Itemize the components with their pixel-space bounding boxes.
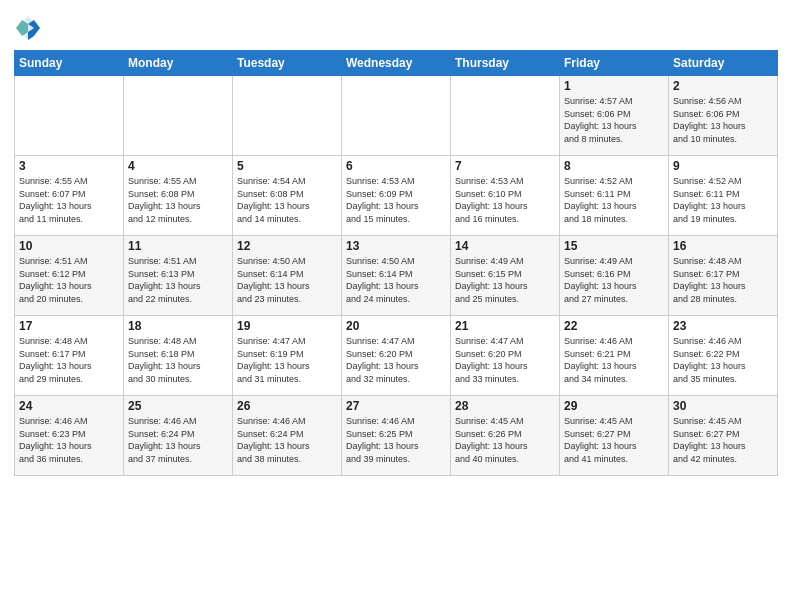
- day-info: Sunrise: 4:53 AM Sunset: 6:09 PM Dayligh…: [346, 175, 446, 225]
- day-number: 28: [455, 399, 555, 413]
- day-info: Sunrise: 4:52 AM Sunset: 6:11 PM Dayligh…: [673, 175, 773, 225]
- day-number: 24: [19, 399, 119, 413]
- day-number: 5: [237, 159, 337, 173]
- calendar-cell: 13Sunrise: 4:50 AM Sunset: 6:14 PM Dayli…: [342, 236, 451, 316]
- day-info: Sunrise: 4:46 AM Sunset: 6:21 PM Dayligh…: [564, 335, 664, 385]
- day-info: Sunrise: 4:48 AM Sunset: 6:18 PM Dayligh…: [128, 335, 228, 385]
- day-info: Sunrise: 4:46 AM Sunset: 6:25 PM Dayligh…: [346, 415, 446, 465]
- day-info: Sunrise: 4:53 AM Sunset: 6:10 PM Dayligh…: [455, 175, 555, 225]
- day-info: Sunrise: 4:45 AM Sunset: 6:27 PM Dayligh…: [564, 415, 664, 465]
- calendar-cell: 14Sunrise: 4:49 AM Sunset: 6:15 PM Dayli…: [451, 236, 560, 316]
- calendar-week-row: 10Sunrise: 4:51 AM Sunset: 6:12 PM Dayli…: [15, 236, 778, 316]
- day-number: 16: [673, 239, 773, 253]
- calendar-cell: 3Sunrise: 4:55 AM Sunset: 6:07 PM Daylig…: [15, 156, 124, 236]
- day-info: Sunrise: 4:56 AM Sunset: 6:06 PM Dayligh…: [673, 95, 773, 145]
- day-number: 23: [673, 319, 773, 333]
- day-info: Sunrise: 4:51 AM Sunset: 6:13 PM Dayligh…: [128, 255, 228, 305]
- calendar-week-row: 17Sunrise: 4:48 AM Sunset: 6:17 PM Dayli…: [15, 316, 778, 396]
- calendar-week-row: 24Sunrise: 4:46 AM Sunset: 6:23 PM Dayli…: [15, 396, 778, 476]
- calendar-cell: 17Sunrise: 4:48 AM Sunset: 6:17 PM Dayli…: [15, 316, 124, 396]
- day-number: 2: [673, 79, 773, 93]
- day-info: Sunrise: 4:55 AM Sunset: 6:07 PM Dayligh…: [19, 175, 119, 225]
- calendar-cell: [233, 76, 342, 156]
- day-number: 4: [128, 159, 228, 173]
- day-number: 20: [346, 319, 446, 333]
- day-info: Sunrise: 4:46 AM Sunset: 6:22 PM Dayligh…: [673, 335, 773, 385]
- calendar-cell: 8Sunrise: 4:52 AM Sunset: 6:11 PM Daylig…: [560, 156, 669, 236]
- calendar-cell: 12Sunrise: 4:50 AM Sunset: 6:14 PM Dayli…: [233, 236, 342, 316]
- day-info: Sunrise: 4:50 AM Sunset: 6:14 PM Dayligh…: [346, 255, 446, 305]
- day-number: 13: [346, 239, 446, 253]
- day-number: 7: [455, 159, 555, 173]
- calendar-cell: 22Sunrise: 4:46 AM Sunset: 6:21 PM Dayli…: [560, 316, 669, 396]
- day-number: 19: [237, 319, 337, 333]
- day-number: 30: [673, 399, 773, 413]
- day-info: Sunrise: 4:52 AM Sunset: 6:11 PM Dayligh…: [564, 175, 664, 225]
- day-number: 27: [346, 399, 446, 413]
- header-tuesday: Tuesday: [233, 51, 342, 76]
- calendar-week-row: 3Sunrise: 4:55 AM Sunset: 6:07 PM Daylig…: [15, 156, 778, 236]
- calendar-cell: 25Sunrise: 4:46 AM Sunset: 6:24 PM Dayli…: [124, 396, 233, 476]
- day-info: Sunrise: 4:49 AM Sunset: 6:15 PM Dayligh…: [455, 255, 555, 305]
- day-number: 1: [564, 79, 664, 93]
- calendar-cell: [451, 76, 560, 156]
- calendar-cell: 30Sunrise: 4:45 AM Sunset: 6:27 PM Dayli…: [669, 396, 778, 476]
- calendar-table: Sunday Monday Tuesday Wednesday Thursday…: [14, 50, 778, 476]
- page: Sunday Monday Tuesday Wednesday Thursday…: [0, 0, 792, 612]
- day-number: 12: [237, 239, 337, 253]
- day-info: Sunrise: 4:46 AM Sunset: 6:23 PM Dayligh…: [19, 415, 119, 465]
- day-info: Sunrise: 4:47 AM Sunset: 6:20 PM Dayligh…: [346, 335, 446, 385]
- calendar-cell: 5Sunrise: 4:54 AM Sunset: 6:08 PM Daylig…: [233, 156, 342, 236]
- calendar-cell: 27Sunrise: 4:46 AM Sunset: 6:25 PM Dayli…: [342, 396, 451, 476]
- day-number: 11: [128, 239, 228, 253]
- header-monday: Monday: [124, 51, 233, 76]
- calendar-cell: 2Sunrise: 4:56 AM Sunset: 6:06 PM Daylig…: [669, 76, 778, 156]
- calendar-cell: 20Sunrise: 4:47 AM Sunset: 6:20 PM Dayli…: [342, 316, 451, 396]
- day-number: 26: [237, 399, 337, 413]
- calendar-cell: 10Sunrise: 4:51 AM Sunset: 6:12 PM Dayli…: [15, 236, 124, 316]
- header-sunday: Sunday: [15, 51, 124, 76]
- header-thursday: Thursday: [451, 51, 560, 76]
- day-info: Sunrise: 4:49 AM Sunset: 6:16 PM Dayligh…: [564, 255, 664, 305]
- day-info: Sunrise: 4:55 AM Sunset: 6:08 PM Dayligh…: [128, 175, 228, 225]
- day-info: Sunrise: 4:54 AM Sunset: 6:08 PM Dayligh…: [237, 175, 337, 225]
- calendar-cell: 23Sunrise: 4:46 AM Sunset: 6:22 PM Dayli…: [669, 316, 778, 396]
- day-info: Sunrise: 4:46 AM Sunset: 6:24 PM Dayligh…: [128, 415, 228, 465]
- calendar-cell: 11Sunrise: 4:51 AM Sunset: 6:13 PM Dayli…: [124, 236, 233, 316]
- calendar-cell: [15, 76, 124, 156]
- day-info: Sunrise: 4:46 AM Sunset: 6:24 PM Dayligh…: [237, 415, 337, 465]
- day-number: 18: [128, 319, 228, 333]
- calendar-cell: 1Sunrise: 4:57 AM Sunset: 6:06 PM Daylig…: [560, 76, 669, 156]
- weekday-header-row: Sunday Monday Tuesday Wednesday Thursday…: [15, 51, 778, 76]
- day-number: 8: [564, 159, 664, 173]
- day-info: Sunrise: 4:47 AM Sunset: 6:20 PM Dayligh…: [455, 335, 555, 385]
- calendar-week-row: 1Sunrise: 4:57 AM Sunset: 6:06 PM Daylig…: [15, 76, 778, 156]
- calendar-cell: 19Sunrise: 4:47 AM Sunset: 6:19 PM Dayli…: [233, 316, 342, 396]
- day-info: Sunrise: 4:48 AM Sunset: 6:17 PM Dayligh…: [673, 255, 773, 305]
- day-number: 17: [19, 319, 119, 333]
- day-number: 25: [128, 399, 228, 413]
- calendar-cell: 26Sunrise: 4:46 AM Sunset: 6:24 PM Dayli…: [233, 396, 342, 476]
- day-info: Sunrise: 4:47 AM Sunset: 6:19 PM Dayligh…: [237, 335, 337, 385]
- day-info: Sunrise: 4:48 AM Sunset: 6:17 PM Dayligh…: [19, 335, 119, 385]
- day-info: Sunrise: 4:51 AM Sunset: 6:12 PM Dayligh…: [19, 255, 119, 305]
- day-info: Sunrise: 4:57 AM Sunset: 6:06 PM Dayligh…: [564, 95, 664, 145]
- logo-area: [14, 10, 45, 42]
- day-number: 15: [564, 239, 664, 253]
- day-info: Sunrise: 4:45 AM Sunset: 6:26 PM Dayligh…: [455, 415, 555, 465]
- calendar-cell: 16Sunrise: 4:48 AM Sunset: 6:17 PM Dayli…: [669, 236, 778, 316]
- day-number: 10: [19, 239, 119, 253]
- calendar-cell: 18Sunrise: 4:48 AM Sunset: 6:18 PM Dayli…: [124, 316, 233, 396]
- calendar-cell: 29Sunrise: 4:45 AM Sunset: 6:27 PM Dayli…: [560, 396, 669, 476]
- calendar-cell: 9Sunrise: 4:52 AM Sunset: 6:11 PM Daylig…: [669, 156, 778, 236]
- day-number: 3: [19, 159, 119, 173]
- day-number: 9: [673, 159, 773, 173]
- calendar-cell: 4Sunrise: 4:55 AM Sunset: 6:08 PM Daylig…: [124, 156, 233, 236]
- calendar-cell: 15Sunrise: 4:49 AM Sunset: 6:16 PM Dayli…: [560, 236, 669, 316]
- header-saturday: Saturday: [669, 51, 778, 76]
- calendar-cell: 24Sunrise: 4:46 AM Sunset: 6:23 PM Dayli…: [15, 396, 124, 476]
- calendar-cell: 21Sunrise: 4:47 AM Sunset: 6:20 PM Dayli…: [451, 316, 560, 396]
- day-number: 14: [455, 239, 555, 253]
- calendar-cell: 7Sunrise: 4:53 AM Sunset: 6:10 PM Daylig…: [451, 156, 560, 236]
- day-number: 22: [564, 319, 664, 333]
